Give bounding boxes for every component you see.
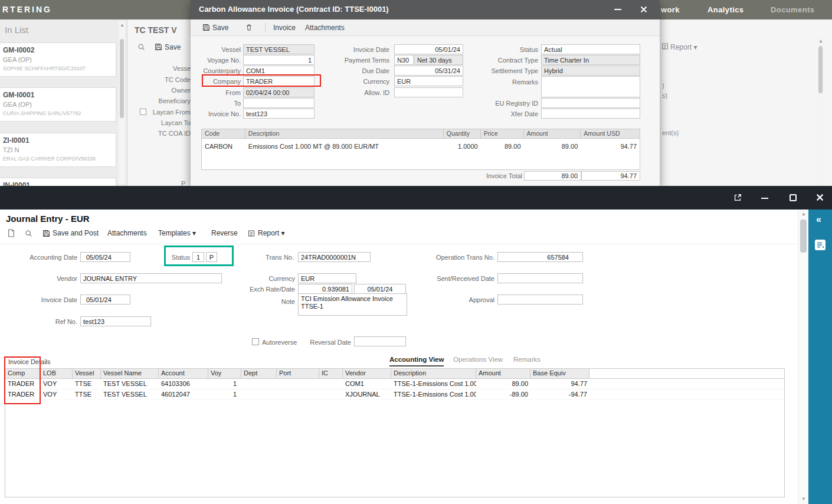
exch-rate-field[interactable]: 0.939081 xyxy=(298,284,352,294)
table-row[interactable]: CARBON Emissions Cost 1.000 MT @ 89.000 … xyxy=(202,143,640,150)
company-field[interactable]: TRADER xyxy=(243,76,315,86)
scroll-up-icon[interactable]: ▲ xyxy=(120,23,125,28)
save-button[interactable]: Save xyxy=(165,43,181,51)
vessel-field[interactable]: TEST VESSEL xyxy=(243,44,315,54)
save-and-post-button[interactable]: Save and Post xyxy=(53,229,99,237)
menu-item-analytics[interactable]: Analytics xyxy=(707,5,743,14)
label-status: Status xyxy=(148,254,190,261)
list-item[interactable]: IN-I0001 xyxy=(0,178,116,186)
cell: VOY xyxy=(41,390,73,400)
minimize-icon[interactable] xyxy=(761,198,768,199)
dialog-toolbar: Save Invoice Attachments xyxy=(191,19,660,36)
trans-no-field[interactable]: 24TRAD0000001N xyxy=(298,252,371,262)
menu-item-work[interactable]: work xyxy=(661,5,680,14)
save-button[interactable]: Save xyxy=(212,24,228,32)
currency-field[interactable]: EUR xyxy=(298,273,356,283)
list-scrollbar[interactable]: ▲ xyxy=(119,21,125,184)
journal-window-title-bar[interactable] xyxy=(0,186,832,210)
invoice-date-field[interactable]: 05/01/24 xyxy=(394,44,463,54)
cell: TRADER xyxy=(5,390,41,400)
new-document-icon[interactable] xyxy=(8,229,15,237)
from-field[interactable]: 02/04/24 00:00 xyxy=(243,87,315,97)
status-flag-field[interactable]: P xyxy=(206,252,217,262)
due-date-field[interactable]: 05/31/24 xyxy=(394,66,463,76)
scroll-up-icon[interactable]: ▲ xyxy=(818,39,823,44)
scrollbar-thumb[interactable] xyxy=(818,46,823,93)
cell xyxy=(319,379,343,389)
journal-scrollbar[interactable]: ▲ ▼ xyxy=(798,210,808,504)
payment-terms-code-field[interactable]: N30 xyxy=(394,55,414,65)
report-button[interactable]: Report ▾ xyxy=(258,229,284,237)
list-item[interactable]: GM-I0002 GEA (OP) SOPHIE SCHIFFAHRTSG/C3… xyxy=(0,42,116,77)
remarks-field[interactable] xyxy=(541,76,640,97)
label-counterparty: Counterparty xyxy=(191,67,241,74)
note-field[interactable]: TCI Emission Allowance Invoice TTSE-1 xyxy=(298,293,407,316)
background-scrollbar[interactable]: ▲ xyxy=(817,37,824,186)
close-icon[interactable] xyxy=(816,194,824,201)
operation-trans-no-field[interactable]: 657584 xyxy=(497,252,583,262)
tab-invoice[interactable]: Invoice xyxy=(273,24,296,32)
tab-operations-view[interactable]: Operations View xyxy=(453,356,503,365)
col-header: Description xyxy=(245,129,444,138)
form-panel-icon[interactable] xyxy=(814,239,826,251)
contract-type-field[interactable]: Time Charter In xyxy=(541,55,640,65)
voyage-no-field[interactable]: 1 xyxy=(243,55,315,65)
vendor-field[interactable]: JOURNAL ENTRY xyxy=(80,273,222,283)
payment-terms-desc-field[interactable]: Net 30 days xyxy=(414,55,463,65)
sent-received-date-field[interactable] xyxy=(497,273,583,283)
allow-id-field[interactable] xyxy=(394,87,463,97)
search-icon[interactable] xyxy=(25,230,32,237)
invoice-no-field[interactable]: test123 xyxy=(243,109,315,119)
label-accounting-date: Accounting Date xyxy=(17,254,77,261)
cell: COM1 xyxy=(343,379,391,389)
label-from: From xyxy=(191,89,241,96)
reversal-date-field[interactable] xyxy=(354,336,406,346)
autoreverse-checkbox[interactable] xyxy=(252,338,259,345)
close-icon[interactable] xyxy=(640,6,647,13)
to-field[interactable] xyxy=(243,98,315,108)
list-item[interactable]: ZI-I0001 TZI N ERAL GAS CARRIER CORPO/V5… xyxy=(0,133,116,167)
search-icon[interactable] xyxy=(137,43,145,51)
chevron-down-icon: ▾ xyxy=(281,229,284,237)
maximize-icon[interactable] xyxy=(790,194,797,201)
menu-item-documents[interactable]: Documents xyxy=(771,5,814,14)
trash-icon[interactable] xyxy=(245,24,253,31)
tab-attachments[interactable]: Attachments xyxy=(305,24,345,32)
xfer-date-field[interactable] xyxy=(541,109,640,119)
cell: -94.77 xyxy=(530,390,589,400)
eu-registry-id-field[interactable] xyxy=(541,98,640,108)
scroll-down-icon[interactable]: ▼ xyxy=(801,497,806,502)
status-code-field[interactable]: 1 xyxy=(192,252,204,262)
ref-no-field[interactable]: test123 xyxy=(80,316,151,326)
tab-remarks[interactable]: Remarks xyxy=(513,356,541,365)
scrollbar-thumb[interactable] xyxy=(120,39,124,118)
scroll-up-icon[interactable]: ▲ xyxy=(801,212,806,217)
templates-button[interactable]: Templates ▾ xyxy=(158,229,196,237)
currency-field[interactable]: EUR xyxy=(394,76,463,86)
tab-accounting-view[interactable]: Accounting View xyxy=(389,356,444,366)
col-header: Quantity xyxy=(444,129,481,138)
collapse-panel-icon[interactable]: « xyxy=(816,214,821,225)
grid-row[interactable]: TRADER VOY TTSE TEST VESSEL 46012047 1 X… xyxy=(5,390,784,400)
report-button[interactable]: Report ▾ xyxy=(670,43,697,51)
exch-rate-date-field[interactable]: 05/01/24 xyxy=(354,284,406,294)
scrollbar-thumb[interactable] xyxy=(800,220,807,253)
accounting-date-field[interactable]: 05/05/24 xyxy=(80,252,130,262)
settlement-type-field[interactable]: Hybrid xyxy=(541,66,640,76)
attachments-button[interactable]: Attachments xyxy=(107,229,147,237)
toolbar-divider xyxy=(265,23,266,32)
toolbar-divider xyxy=(0,244,798,244)
invoice-date-field[interactable]: 05/01/24 xyxy=(80,294,130,305)
report-label: Report xyxy=(258,229,279,237)
dialog-title-bar[interactable]: Carbon Allowance Invoice (Contract ID: T… xyxy=(191,0,660,19)
expand-icon[interactable] xyxy=(733,194,742,202)
reverse-button[interactable]: Reverse xyxy=(211,229,238,237)
counterparty-field[interactable]: COM1 xyxy=(243,66,315,76)
approval-field[interactable] xyxy=(497,294,583,305)
col-header: Vendor xyxy=(343,369,391,378)
grid-row[interactable]: TRADER VOY TTSE TEST VESSEL 64103306 1 C… xyxy=(5,379,784,390)
cell xyxy=(277,379,319,389)
status-field[interactable]: Actual xyxy=(541,44,640,54)
minimize-icon[interactable] xyxy=(614,9,621,10)
list-item[interactable]: GM-I0001 GEA (OP) CURIA SHIPPING SARL/V5… xyxy=(0,87,116,122)
